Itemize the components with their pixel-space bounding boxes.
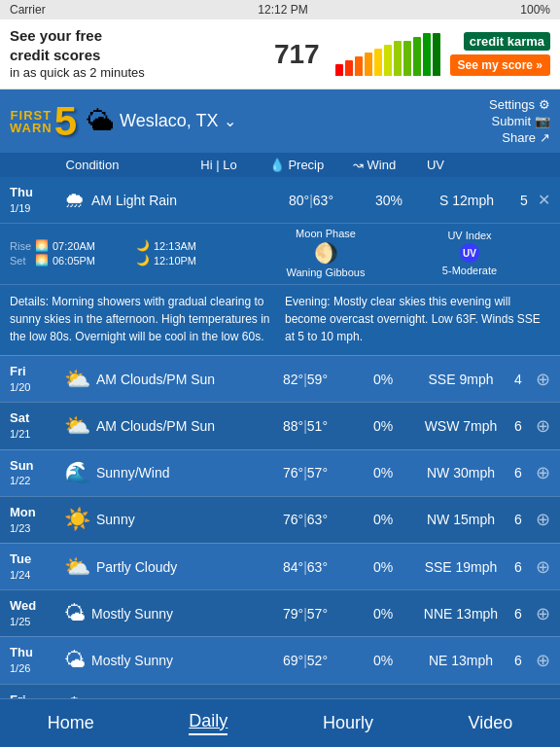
forecast-wind: NW 30mph [417, 465, 505, 480]
col-hilo-header: Hi | Lo [175, 158, 262, 172]
details-evening: Evening: Mostly clear skies this evening… [285, 293, 550, 345]
credit-karma-brand: credit karma [464, 32, 550, 51]
location-name: Weslaco, TX [120, 111, 218, 131]
forecast-wind: WSW 7mph [417, 418, 505, 434]
forecast-condition: Partly Cloudy [96, 559, 262, 575]
today-hilo: 80°|63° [267, 193, 355, 208]
ad-text: See your free credit scores in as quick … [10, 26, 274, 82]
share-icon: ↗ [540, 130, 550, 145]
logo-line1: FIRST [10, 109, 52, 122]
nav-video[interactable]: Video [468, 713, 512, 733]
forecast-expand-button[interactable]: ⊕ [536, 509, 550, 530]
moon-set-icon: 🌙 [136, 254, 150, 267]
forecast-day-info: Fri 1/20 [10, 364, 58, 394]
ad-score: 717 [274, 39, 320, 70]
forecast-day-info: Tue 1/24 [10, 551, 58, 582]
forecast-expand-button[interactable]: ⊕ [536, 462, 550, 483]
status-bar: Carrier 12:12 PM 100% [0, 0, 560, 19]
forecast-hilo: 76°|57° [262, 465, 349, 480]
forecast-icon: ☀️ [64, 507, 90, 532]
share-button[interactable]: Share ↗ [502, 130, 550, 145]
today-day-info: Thu 1/19 [10, 185, 58, 215]
forecast-uv: 6 [505, 606, 532, 622]
app-header: FIRST WARN 5 🌥 Weslaco, TX ⌄ Settings ⚙ … [0, 89, 560, 153]
carrier-label: Carrier [10, 3, 46, 17]
location-dropdown-icon[interactable]: ⌄ [224, 112, 236, 130]
forecast-row: Mon 1/23 ☀️ Sunny 76°|63° 0% NW 15mph 6 … [0, 496, 560, 543]
forecast-hilo: 88°|51° [262, 418, 349, 434]
nav-daily[interactable]: Daily [189, 711, 228, 735]
forecast-precip: 0% [349, 606, 417, 622]
today-row: Thu 1/19 🌧 AM Light Rain 80°|63° 30% S 1… [0, 177, 560, 223]
ad-chart [335, 33, 440, 76]
forecast-precip: 0% [349, 372, 417, 387]
moon-rise-icon: 🌙 [136, 239, 150, 252]
col-uv-header: UV [418, 158, 453, 172]
nav-hourly[interactable]: Hourly [323, 713, 373, 733]
forecast-day-info: Mon 1/23 [10, 505, 58, 535]
forecast-wind: NE 13mph [417, 653, 505, 668]
forecast-expand-button[interactable]: ⊕ [536, 415, 550, 437]
sun-moon-row: Rise 🌅 07:20AM Set 🌅 06:05PM 🌙 12:13AM 🌙… [0, 223, 560, 284]
forecast-row: Sun 1/22 🌊 Sunny/Wind 76°|57° 0% NW 30mp… [0, 449, 560, 496]
time-label: 12:12 PM [258, 3, 307, 17]
details-morning: Details: Morning showers with gradual cl… [10, 293, 275, 345]
today-close-button[interactable]: ✕ [538, 191, 550, 209]
see-score-button[interactable]: See my score » [450, 54, 550, 76]
forecast-icon: ⛅ [64, 367, 90, 392]
forecast-expand-button[interactable]: ⊕ [536, 603, 550, 624]
logo: FIRST WARN 5 [10, 98, 77, 145]
ad-logo[interactable]: credit karma See my score » [450, 32, 550, 76]
forecast-row: Sat 1/21 ⛅ AM Clouds/PM Sun 88°|51° 0% W… [0, 402, 560, 448]
forecast-hilo: 79°|57° [262, 606, 349, 622]
forecast-icon: 🌤 [64, 601, 86, 626]
forecast-expand-button[interactable]: ⊕ [536, 369, 550, 390]
forecast-precip: 0% [349, 653, 417, 668]
submit-button[interactable]: Submit 📷 [492, 114, 550, 128]
forecast-uv: 6 [505, 653, 532, 668]
sunset-icon: 🌅 [35, 254, 49, 267]
camera-icon: 📷 [535, 114, 550, 128]
sunrise-icon: 🌅 [35, 239, 49, 252]
forecast-uv: 6 [505, 418, 532, 434]
forecast-row: Wed 1/25 🌤 Mostly Sunny 79°|57° 0% NNE 1… [0, 589, 560, 636]
forecast-wind: SSE 9mph [417, 372, 505, 387]
nav-home[interactable]: Home [48, 713, 94, 733]
forecast-condition: Mostly Sunny [91, 606, 262, 622]
today-precip: 30% [355, 193, 423, 208]
forecast-condition: AM Clouds/PM Sun [96, 372, 262, 387]
column-headers: Condition Hi | Lo 💧 Precip ↝ Wind UV [0, 153, 560, 177]
forecast-hilo: 84°|63° [262, 559, 349, 575]
moon-times: 🌙 12:13AM 🌙 12:10PM [136, 239, 262, 267]
forecast-icon: 🌊 [64, 460, 90, 485]
col-wind-header: ↝ Wind [331, 158, 418, 172]
moon-phase-icon: 🌖 [314, 241, 338, 265]
forecast-icon: 🌤 [64, 648, 86, 673]
forecast-row: Tue 1/24 ⛅ Partly Cloudy 84°|63° 0% SSE … [0, 543, 560, 589]
forecast-uv: 6 [505, 465, 532, 480]
forecast-hilo: 69°|52° [262, 653, 349, 668]
forecast-list: Fri 1/20 ⛅ AM Clouds/PM Sun 82°|59° 0% S… [0, 355, 560, 730]
today-condition: AM Light Rain [91, 193, 267, 208]
forecast-precip: 0% [349, 559, 417, 575]
forecast-precip: 0% [349, 512, 417, 527]
forecast-expand-button[interactable]: ⊕ [536, 650, 550, 671]
forecast-condition: Sunny/Wind [96, 465, 262, 480]
moon-phase: Moon Phase 🌖 Waning Gibbous [262, 228, 389, 278]
today-wind: S 12mph [423, 193, 510, 208]
uv-index-block: UV Index UV 5-Moderate [389, 230, 550, 276]
forecast-day-info: Thu 1/26 [10, 645, 58, 675]
details-block: Details: Morning showers with gradual cl… [0, 284, 560, 355]
settings-button[interactable]: Settings ⚙ [489, 97, 550, 112]
sun-info: Rise 🌅 07:20AM Set 🌅 06:05PM [10, 239, 136, 267]
today-uv: 5 [510, 193, 538, 208]
forecast-hilo: 82°|59° [262, 372, 349, 387]
gear-icon: ⚙ [539, 97, 550, 112]
forecast-expand-button[interactable]: ⊕ [536, 556, 550, 578]
forecast-wind: SSE 19mph [417, 559, 505, 575]
forecast-uv: 6 [505, 512, 532, 527]
location-area[interactable]: 🌥 Weslaco, TX ⌄ [87, 105, 479, 137]
forecast-condition: Mostly Sunny [91, 653, 262, 668]
battery-label: 100% [520, 3, 550, 17]
forecast-day-info: Wed 1/25 [10, 598, 58, 628]
